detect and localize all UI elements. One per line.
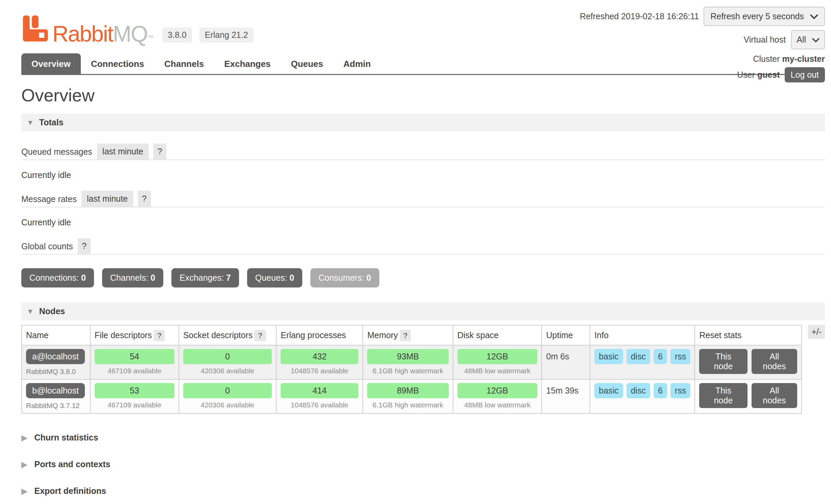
fd-cell: 53467109 available [90, 379, 179, 413]
tab-queues[interactable]: Queues [281, 53, 333, 74]
logout-button[interactable]: Log out [785, 67, 825, 82]
section-label: Ports and contexts [34, 459, 110, 469]
node-name-badge[interactable]: a@localhost [26, 349, 85, 364]
disk-cell: 12GB48MB low watermark [453, 379, 542, 413]
nodes-section-header[interactable]: ▼ Nodes [21, 302, 825, 320]
totals-section-title: Totals [39, 118, 64, 127]
reset-this-node-button[interactable]: This node [699, 383, 747, 408]
section-ports-and-contexts[interactable]: ▶ Ports and contexts [21, 459, 825, 469]
info-cell: basic disc 6 rss [590, 345, 695, 379]
col-uptime: Uptime [542, 325, 590, 345]
stat-value: 0 [366, 273, 371, 282]
info-badge-basic: basic [594, 383, 623, 398]
user-label: User [737, 70, 755, 79]
info-badge-cores: 6 [654, 383, 667, 398]
triangle-right-icon: ▶ [21, 486, 27, 496]
user-name: guest [757, 70, 780, 79]
stat-label: Consumers: [318, 273, 364, 282]
stat-label: Exchanges: [180, 273, 224, 282]
triangle-down-icon: ▼ [27, 307, 34, 316]
cluster-name: my-cluster [782, 54, 825, 64]
global-counts-badges: Connections: 0 Channels: 0 Exchanges: 7 … [21, 268, 825, 287]
rates-idle-text: Currently idle [21, 218, 825, 227]
info-badge-rss: rss [670, 383, 690, 398]
reset-stats-cell: This node All nodes [695, 345, 802, 379]
erlang-version-badge: Erlang 21.2 [199, 27, 254, 43]
memory-cell: 93MB6.1GB high watermark [363, 345, 453, 379]
section-export-definitions[interactable]: ▶ Export definitions [21, 486, 825, 496]
queued-idle-text: Currently idle [21, 170, 825, 180]
cluster-info: Cluster my-cluster [580, 54, 825, 64]
column-toggle-button[interactable]: +/- [808, 325, 825, 339]
chevron-down-icon [812, 35, 820, 45]
disk-cell: 12GB48MB low watermark [453, 345, 542, 379]
queued-messages-label: Queued messages [21, 147, 92, 159]
stat-label: Queues: [255, 273, 287, 282]
col-disk-space: Disk space [453, 325, 542, 345]
cluster-label: Cluster [753, 54, 780, 64]
rabbitmq-logo[interactable]: RabbitMQ™ [21, 15, 153, 45]
exchanges-count-badge[interactable]: Exchanges: 7 [171, 268, 239, 287]
header: RabbitMQ™ 3.8.0 Erlang 21.2 Refreshed 20… [21, 0, 825, 75]
queued-messages-row: Queued messages last minute ? [21, 135, 825, 160]
help-badge[interactable]: ? [153, 144, 166, 159]
proc-cell: 4321048576 available [276, 345, 363, 379]
col-info: Info [590, 325, 695, 345]
sd-cell: 0420306 available [179, 345, 276, 379]
user-info: User guest [737, 70, 780, 80]
section-label: Churn statistics [34, 433, 98, 443]
stat-label: Connections: [29, 273, 79, 282]
stat-value: 7 [226, 273, 231, 282]
stat-label: Channels: [110, 273, 148, 282]
consumers-count-badge: Consumers: 0 [310, 268, 379, 287]
info-badge-disc: disc [626, 383, 650, 398]
info-badge-basic: basic [594, 349, 623, 364]
help-badge[interactable]: ? [138, 191, 151, 207]
info-badge-cores: 6 [654, 349, 667, 364]
info-badge-rss: rss [670, 349, 690, 364]
reset-all-nodes-button[interactable]: All nodes [752, 383, 798, 408]
tab-connections[interactable]: Connections [81, 53, 154, 74]
help-badge[interactable]: ? [255, 330, 265, 341]
info-cell: basic disc 6 rss [590, 379, 695, 413]
triangle-down-icon: ▼ [27, 119, 34, 127]
rates-range-tab[interactable]: last minute [81, 191, 133, 207]
help-badge[interactable]: ? [78, 238, 91, 254]
help-badge[interactable]: ? [154, 330, 165, 341]
stat-value: 0 [289, 273, 294, 282]
fd-cell: 54467109 available [90, 345, 179, 379]
col-name: Name [22, 325, 90, 345]
queues-count-badge[interactable]: Queues: 0 [247, 268, 302, 287]
reset-stats-cell: This node All nodes [695, 379, 802, 413]
connections-count-badge[interactable]: Connections: 0 [21, 268, 94, 287]
col-socket-descriptors: Socket descriptors? [179, 325, 276, 345]
node-row-b: b@localhost RabbitMQ 3.7.12 53467109 ava… [22, 379, 802, 413]
tab-exchanges[interactable]: Exchanges [214, 53, 281, 74]
reset-this-node-button[interactable]: This node [699, 349, 747, 374]
refresh-interval-select[interactable]: Refresh every 5 seconds [704, 7, 825, 26]
section-churn-statistics[interactable]: ▶ Churn statistics [21, 433, 825, 443]
col-memory: Memory? [363, 325, 453, 345]
channels-count-badge[interactable]: Channels: 0 [102, 268, 163, 287]
chevron-down-icon [810, 11, 818, 21]
col-erlang-processes: Erlang processes [276, 325, 363, 345]
reset-all-nodes-button[interactable]: All nodes [752, 349, 798, 374]
help-badge[interactable]: ? [400, 330, 411, 341]
triangle-right-icon: ▶ [21, 460, 27, 469]
tab-channels[interactable]: Channels [154, 53, 214, 74]
nodes-section-title: Nodes [39, 306, 65, 316]
virtual-host-select[interactable]: All [791, 30, 825, 49]
node-name-badge[interactable]: b@localhost [26, 383, 85, 398]
queued-range-tab[interactable]: last minute [97, 144, 149, 159]
refreshed-timestamp: Refreshed 2019-02-18 16:26:11 [580, 11, 699, 21]
tab-overview[interactable]: Overview [21, 53, 81, 74]
tab-admin[interactable]: Admin [333, 53, 381, 74]
proc-cell: 4141048576 available [276, 379, 363, 413]
nodes-header-row: Name File descriptors? Socket descriptor… [22, 325, 802, 345]
info-badge-disc: disc [626, 349, 650, 364]
message-rates-label: Message rates [21, 194, 77, 207]
node-name-cell: a@localhost RabbitMQ 3.8.0 [22, 345, 90, 379]
virtual-host-value: All [797, 35, 806, 45]
node-version: RabbitMQ 3.7.12 [26, 402, 86, 410]
totals-section-header[interactable]: ▼ Totals [21, 114, 825, 131]
